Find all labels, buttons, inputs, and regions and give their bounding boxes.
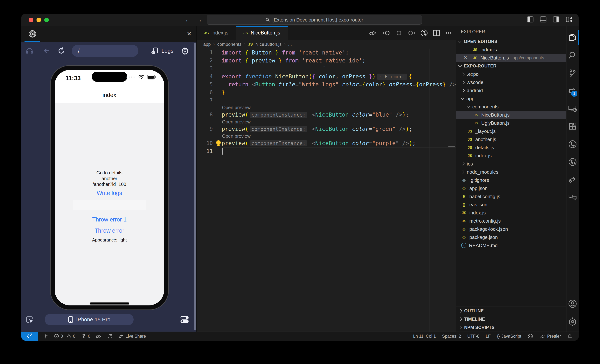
code-line-4[interactable]: 4export function NiceButton({ color, onP…: [197, 73, 456, 80]
phone-text-input[interactable]: [73, 200, 146, 210]
tree-item--gitignore[interactable]: ◆.gitignore: [456, 176, 566, 184]
activity-extensions[interactable]: [566, 118, 579, 135]
section-outline[interactable]: OUTLINE: [456, 307, 566, 315]
language-mode[interactable]: {} JavaScript: [497, 334, 521, 339]
tree-item-babel-config-js[interactable]: Bbabel.config.js: [456, 192, 566, 201]
element-inspector-icon[interactable]: [25, 316, 34, 324]
tab-index-js[interactable]: JS index.js: [197, 26, 236, 40]
code-line-1[interactable]: 1import { Button } from 'react-native';: [197, 48, 456, 56]
activity-commit-search[interactable]: [566, 153, 579, 171]
reload-icon[interactable]: [57, 47, 66, 55]
another-query-link[interactable]: /another?id=100: [55, 181, 164, 187]
problems-item[interactable]: 0 0: [54, 334, 75, 339]
activity-comments[interactable]: [566, 189, 579, 206]
codelens-open-preview[interactable]: Open preview: [197, 133, 456, 139]
section-timeline[interactable]: TIMELINE: [456, 315, 566, 323]
remote-indicator[interactable]: [21, 332, 38, 341]
tree-item--expo[interactable]: .expo: [456, 70, 566, 78]
tree-item-components[interactable]: components: [456, 103, 566, 111]
ports-item[interactable]: 0: [81, 334, 90, 339]
tree-item-app-json[interactable]: {}app.json: [456, 184, 566, 192]
settings-gear-icon[interactable]: [181, 47, 189, 55]
split-editor-icon[interactable]: [433, 29, 440, 37]
code-line-7[interactable]: 7: [197, 96, 456, 104]
write-logs-button[interactable]: Write logs: [55, 190, 164, 196]
breadcrumb-item[interactable]: components: [217, 42, 242, 47]
panel-scrollbar[interactable]: [194, 43, 196, 330]
code-line-6[interactable]: 6}: [197, 88, 456, 96]
section-workspace[interactable]: EXPO-ROUTER: [456, 62, 566, 70]
activity-search[interactable]: [566, 46, 579, 64]
activity-live-share[interactable]: [566, 171, 579, 189]
throw-error-1-button[interactable]: Throw error 1: [55, 216, 164, 223]
open-editor-nicebutton-js[interactable]: ✕ JS NiceButton.js app/components: [456, 54, 566, 62]
route-url-bar[interactable]: /: [72, 45, 138, 57]
code-editor[interactable]: 1import { Button } from 'react-native';2…: [197, 48, 456, 332]
tree-item-details-js[interactable]: JSdetails.js: [456, 143, 566, 152]
section-open-editors[interactable]: OPEN EDITORS: [456, 37, 566, 46]
tree-item-index-js[interactable]: JSindex.js: [456, 209, 566, 217]
activity-explorer[interactable]: [566, 28, 579, 46]
code-line-5[interactable]: 5 return <Button title="Write logs" colo…: [197, 80, 456, 88]
toggle-primary-sidebar-icon[interactable]: [527, 17, 534, 22]
tree-item-ios[interactable]: ios: [456, 160, 566, 168]
sync-status-item[interactable]: [107, 334, 113, 339]
code-line-3[interactable]: 3: [197, 65, 456, 73]
tree-item-readme-md[interactable]: iREADME.md: [456, 241, 566, 250]
customize-layout-icon[interactable]: [566, 17, 572, 22]
device-select-button[interactable]: iPhone 15 Pro: [45, 314, 134, 325]
logs-button[interactable]: Logs: [151, 47, 173, 55]
manage-button[interactable]: [566, 313, 579, 330]
tree-item-app[interactable]: app: [456, 94, 566, 103]
nav-next-icon[interactable]: [408, 29, 415, 37]
formatter-status[interactable]: Prettier: [539, 334, 561, 339]
tree-item-node_modules[interactable]: node_modules: [456, 168, 566, 176]
close-panel-icon[interactable]: ✕: [187, 30, 192, 37]
tab-nicebutton-js[interactable]: JS NiceButton.js: [236, 26, 288, 40]
throw-error-button[interactable]: Throw error: [55, 227, 164, 234]
encoding[interactable]: UTF-8: [467, 334, 479, 339]
tree-item-android[interactable]: android: [456, 86, 566, 94]
tree-item--vscode[interactable]: .vscode: [456, 78, 566, 86]
toggle-panel-icon[interactable]: [540, 17, 546, 22]
tree-item-package-lock-json[interactable]: {}package-lock.json: [456, 225, 566, 233]
inspect-network-icon[interactable]: [25, 47, 34, 55]
close-editor-icon[interactable]: ✕: [463, 55, 468, 60]
debug-status-item[interactable]: [96, 334, 102, 339]
appearance-toggles-icon[interactable]: [180, 316, 189, 324]
more-actions-icon[interactable]: [445, 29, 452, 37]
code-line-8[interactable]: 8preview(componentInstance: <NiceButton …: [197, 111, 456, 119]
close-window-button[interactable]: [29, 18, 33, 22]
code-line-2[interactable]: 2import { preview } from 'react-native-i…: [197, 56, 456, 65]
zoom-window-button[interactable]: [44, 18, 49, 22]
breadcrumb-item[interactable]: app: [203, 42, 211, 47]
breadcrumb[interactable]: app › components › JS NiceButton.js › ..…: [197, 40, 456, 48]
cursor-position[interactable]: Ln 11, Col 1: [413, 334, 436, 339]
live-share-item[interactable]: Live Share: [118, 334, 146, 339]
lightbulb-icon[interactable]: [216, 140, 221, 145]
breadcrumb-item[interactable]: NiceButton.js: [255, 42, 281, 47]
views-more-icon[interactable]: ···: [555, 29, 562, 35]
code-line-11[interactable]: 11: [197, 147, 456, 155]
tree-item-_layout-js[interactable]: JS_layout.js: [456, 127, 566, 135]
codelens-open-preview[interactable]: Open preview: [197, 119, 456, 125]
activity-remote-explorer[interactable]: [566, 100, 579, 118]
codelens-open-preview[interactable]: Open preview: [197, 104, 456, 111]
history-back-button[interactable]: ←: [185, 16, 191, 24]
activity-source-control[interactable]: [566, 64, 579, 82]
accounts-button[interactable]: [566, 295, 579, 313]
section-npm-scripts[interactable]: NPM SCRIPTS: [456, 323, 566, 332]
tree-item-another-js[interactable]: JSanother.js: [456, 135, 566, 143]
tree-item-package-json[interactable]: {}package.json: [456, 233, 566, 241]
go-to-details-link[interactable]: Go to details: [55, 170, 164, 176]
indentation[interactable]: Spaces: 2: [442, 334, 461, 339]
tree-item-index-js[interactable]: JSindex.js: [456, 152, 566, 160]
copilot-status[interactable]: [527, 334, 533, 339]
nav-previous-icon[interactable]: [383, 29, 390, 37]
command-center-search[interactable]: [Extension Development Host] expo-router: [206, 15, 422, 25]
eol-sequence[interactable]: LF: [486, 334, 491, 339]
notifications-bell-icon[interactable]: [567, 334, 572, 339]
activity-gitlens[interactable]: [566, 135, 579, 153]
code-line-9[interactable]: 9preview(componentInstance: <NiceButton …: [197, 125, 456, 133]
timeline-graph-icon[interactable]: [420, 29, 428, 37]
